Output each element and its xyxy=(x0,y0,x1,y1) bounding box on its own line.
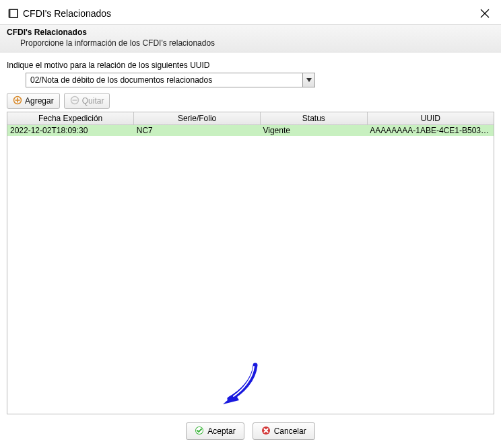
check-circle-icon xyxy=(195,426,204,437)
titlebar: CFDI's Relacionados xyxy=(0,0,501,24)
x-circle-icon xyxy=(261,426,271,437)
header-subtitle: Proporcione la información de los CFDI's… xyxy=(7,38,494,48)
dialog-window: CFDI's Relacionados CFDI's Relacionados … xyxy=(0,0,501,448)
app-icon xyxy=(8,8,19,19)
accept-button[interactable]: Aceptar xyxy=(186,422,244,440)
col-header-fecha[interactable]: Fecha Expedición xyxy=(7,112,134,125)
svg-marker-11 xyxy=(223,394,239,404)
footer: Aceptar Cancelar xyxy=(0,418,501,448)
toolbar: Agregar Quitar xyxy=(7,93,494,109)
content-area: Indique el motivo para la relación de lo… xyxy=(0,52,501,418)
dropdown-selected-text: 02/Nota de débito de los documentos rela… xyxy=(26,73,302,87)
svg-marker-5 xyxy=(306,78,312,82)
add-button-label: Agregar xyxy=(25,96,54,106)
close-icon[interactable] xyxy=(477,5,493,22)
reason-dropdown[interactable]: 02/Nota de débito de los documentos rela… xyxy=(26,73,315,87)
accept-button-label: Aceptar xyxy=(207,426,235,436)
cell-fecha: 2022-12-02T18:09:30 xyxy=(7,125,134,137)
cell-uuid: AAAAAAAA-1ABE-4CE1-B503-B... xyxy=(367,125,494,137)
table-row[interactable]: 2022-12-02T18:09:30 NC7 Vigente AAAAAAAA… xyxy=(7,125,494,137)
chevron-down-icon[interactable] xyxy=(302,73,314,87)
header-title: CFDI's Relacionados xyxy=(7,28,494,38)
cancel-button-label: Cancelar xyxy=(274,426,306,436)
remove-icon xyxy=(70,96,79,107)
svg-rect-1 xyxy=(9,9,18,17)
col-header-serie[interactable]: Serie/Folio xyxy=(134,112,261,125)
add-icon xyxy=(13,96,22,107)
cell-status: Vigente xyxy=(260,125,367,137)
col-header-status[interactable]: Status xyxy=(260,112,367,125)
pointer-arrow-annotation xyxy=(222,360,262,407)
remove-button: Quitar xyxy=(64,93,110,109)
dropdown-label: Indique el motivo para la relación de lo… xyxy=(7,61,494,70)
uuid-table-container: Fecha Expedición Serie/Folio Status UUID… xyxy=(7,112,494,414)
table-header-row: Fecha Expedición Serie/Folio Status UUID xyxy=(7,112,494,125)
cancel-button[interactable]: Cancelar xyxy=(253,422,315,440)
col-header-uuid[interactable]: UUID xyxy=(367,112,494,125)
svg-rect-0 xyxy=(9,9,18,17)
uuid-table: Fecha Expedición Serie/Folio Status UUID… xyxy=(7,112,494,136)
cell-serie: NC7 xyxy=(134,125,261,137)
header-section: CFDI's Relacionados Proporcione la infor… xyxy=(0,24,501,52)
remove-button-label: Quitar xyxy=(82,96,104,106)
add-button[interactable]: Agregar xyxy=(7,93,60,109)
window-title: CFDI's Relacionados xyxy=(23,8,477,19)
